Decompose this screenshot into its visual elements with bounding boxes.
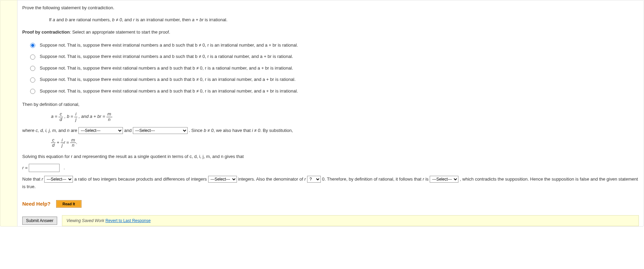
numer: m: [106, 112, 112, 117]
i-neq-0: i ≠ 0: [252, 128, 260, 133]
option-2-label: Suppose not. That is, suppose there exis…: [40, 53, 293, 60]
expr-a-plus-br: a + br: [192, 17, 204, 22]
text: is: [424, 176, 430, 182]
text: , we also have that: [214, 128, 252, 133]
question-gutter: [0, 0, 17, 227]
select-is-ratio[interactable]: ---Select---: [44, 176, 73, 183]
plus: +: [57, 140, 61, 145]
text: integers. Also the denominator of: [238, 176, 304, 182]
select-are-integers[interactable]: ---Select---: [208, 176, 237, 183]
text: is an irrational number, then: [135, 17, 192, 22]
r-answer-input[interactable]: [29, 164, 60, 172]
var-r: r: [41, 176, 43, 182]
numer: c: [59, 112, 63, 117]
option-4-label: Suppose not. That is, suppose there exis…: [40, 76, 295, 83]
note-paragraph: Note that r ---Select--- a ratio of two …: [22, 175, 639, 191]
radio-options: Suppose not. That is, suppose there exis…: [28, 39, 639, 97]
text: , and: [122, 17, 133, 22]
text: .: [64, 165, 65, 170]
then-by-definition: Then by definition of rational,: [22, 101, 639, 108]
r-equals-row: r = .: [22, 164, 639, 172]
radio-3[interactable]: [30, 66, 35, 71]
select-denominator-relation[interactable]: ?: [307, 176, 321, 183]
numer: c: [51, 138, 55, 143]
denom: n: [70, 143, 76, 148]
text: is irrational.: [203, 17, 227, 22]
var-r: r: [304, 176, 306, 182]
frac-m-n-2: mn: [70, 138, 76, 148]
need-help-label: Need Help?: [22, 201, 51, 207]
text: are rational numbers,: [67, 17, 112, 22]
radio-2[interactable]: [30, 54, 35, 60]
solving-text: Solving this equation for r and represen…: [22, 153, 639, 160]
text: If: [49, 17, 53, 22]
text: and: [124, 128, 133, 133]
b-neq-0: b ≠ 0: [204, 128, 214, 133]
equals: =: [66, 140, 70, 145]
numer: m: [70, 138, 76, 143]
denom: j: [74, 117, 77, 122]
denom: j: [61, 143, 64, 148]
proof-by-contradiction-label: Proof by contradiction: [22, 29, 70, 35]
text: are: [70, 128, 78, 133]
text: 0. Therefore, by definition of rational,…: [322, 176, 423, 182]
text: , b =: [64, 114, 74, 119]
text: a =: [51, 114, 59, 119]
option-1-label: Suppose not. That is, suppose there exis…: [40, 42, 298, 49]
read-it-button[interactable]: Read It: [56, 200, 82, 208]
frac-c-d: cd: [59, 112, 63, 122]
option-3[interactable]: Suppose not. That is, suppose there exis…: [28, 62, 639, 74]
need-help-row: Need Help? Read It: [22, 197, 639, 211]
question-panel: Prove the following statement by contrad…: [17, 0, 644, 227]
frac-i-j-2: ij: [61, 138, 64, 148]
footer-row: Submit Answer Viewing Saved Work Revert …: [22, 215, 639, 226]
option-5[interactable]: Suppose not. That is, suppose there exis…: [28, 85, 639, 97]
text: . Since: [189, 128, 204, 133]
select-rational-irrational[interactable]: ---Select---: [430, 176, 458, 183]
text: and: [55, 17, 65, 22]
frac-i-j: ij: [74, 112, 77, 122]
numer: i: [61, 138, 64, 143]
select-integers-2[interactable]: ---Select---: [133, 127, 188, 134]
saved-work-bar: Viewing Saved Work Revert to Last Respon…: [62, 215, 639, 226]
radio-4[interactable]: [30, 77, 35, 83]
submit-answer-button[interactable]: Submit Answer: [22, 217, 57, 225]
var-r: r: [64, 140, 65, 145]
dot: .: [76, 140, 77, 145]
option-4[interactable]: Suppose not. That is, suppose there exis…: [28, 74, 639, 85]
b-neq-0: b ≠ 0: [112, 17, 122, 22]
frac-m-n: mn: [106, 112, 112, 122]
theorem-statement: If a and b are rational numbers, b ≠ 0, …: [49, 16, 639, 24]
radio-5[interactable]: [30, 89, 35, 94]
instruction-text: Prove the following statement by contrad…: [22, 4, 639, 12]
text: Note that: [22, 176, 41, 182]
revert-link[interactable]: Revert to Last Response: [105, 218, 151, 223]
denom: d: [59, 117, 63, 122]
text: where: [22, 128, 36, 133]
text: and: [57, 128, 67, 133]
saved-work-text: Viewing Saved Work: [66, 218, 105, 223]
select-integers-1[interactable]: ---Select---: [78, 127, 123, 134]
text: . By substitution,: [260, 128, 293, 133]
option-3-label: Suppose not. That is, suppose there exis…: [40, 65, 293, 72]
radio-1[interactable]: [30, 43, 35, 48]
substitution-equation: cd + ijr = mn.: [51, 138, 639, 148]
numer: i: [74, 112, 77, 117]
var-list: c, d, i, j, m,: [36, 128, 57, 133]
text: , and a + br =: [79, 114, 106, 119]
where-line: where c, d, i, j, m, and n are ---Select…: [22, 127, 639, 134]
text: a ratio of two integers because products…: [74, 176, 208, 182]
r-eq-label: r =: [22, 165, 29, 170]
definitions-equation: a = cd , b = ij , and a + br = mn: [51, 112, 639, 122]
option-2[interactable]: Suppose not. That is, suppose there exis…: [28, 51, 639, 62]
denom: d: [51, 143, 55, 148]
proof-start-line: Proof by contradiction: Select an approp…: [22, 28, 639, 36]
option-1[interactable]: Suppose not. That is, suppose there exis…: [28, 39, 639, 51]
frac-c-d-2: cd: [51, 138, 55, 148]
denom: n: [106, 117, 112, 122]
var-a: a: [53, 17, 55, 22]
option-5-label: Suppose not. That is, suppose there exis…: [40, 88, 298, 95]
var-n: n: [67, 128, 70, 133]
text: : Select an appropriate statement to sta…: [70, 29, 170, 35]
